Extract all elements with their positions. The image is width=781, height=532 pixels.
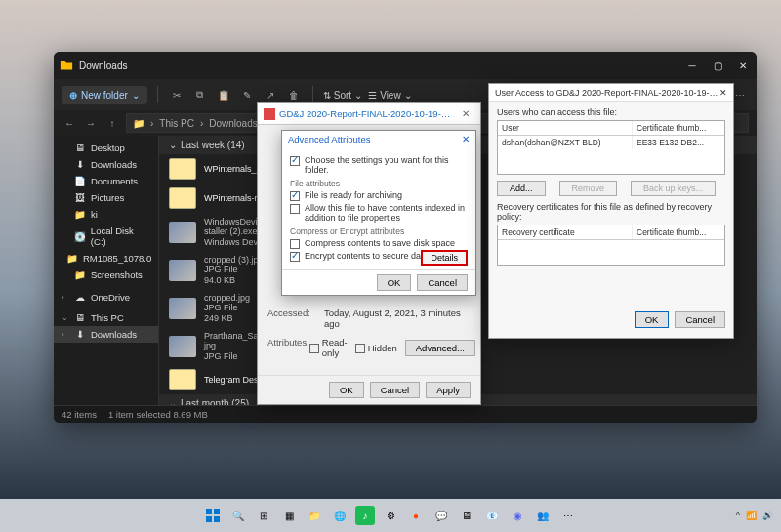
user-access-titlebar[interactable]: User Access to GD&J 2020-Report-FINAL-20… bbox=[489, 84, 733, 102]
details-button[interactable]: Details bbox=[421, 250, 468, 266]
sidebar-item-thispc[interactable]: ⌄🖥This PC bbox=[54, 309, 158, 326]
svg-rect-2 bbox=[206, 516, 212, 522]
rename-icon[interactable]: ✎ bbox=[238, 86, 256, 103]
svg-rect-3 bbox=[214, 516, 220, 522]
ok-button[interactable]: OK bbox=[329, 382, 364, 398]
selection-info: 1 item selected 8.69 MB bbox=[108, 409, 208, 420]
maximize-button[interactable]: ▢ bbox=[710, 61, 725, 71]
cancel-button[interactable]: Cancel bbox=[370, 382, 421, 398]
sidebar-item-localdisk[interactable]: 💽Local Disk (C:) bbox=[54, 223, 158, 250]
svg-rect-1 bbox=[214, 509, 220, 514]
folder-icon: 📁 bbox=[133, 118, 144, 129]
close-button[interactable]: ✕ bbox=[719, 88, 727, 98]
remove-button[interactable]: Remove bbox=[559, 181, 618, 196]
svg-rect-0 bbox=[206, 509, 212, 514]
ok-button[interactable]: OK bbox=[635, 311, 670, 328]
app-icon[interactable]: 📧 bbox=[482, 506, 502, 525]
chevron-down-icon: ⌄ bbox=[132, 90, 140, 101]
sidebar-item-rm1085[interactable]: 📁RM1085_1078.0 bbox=[54, 250, 158, 266]
chevron-up-icon[interactable]: ^ bbox=[736, 511, 740, 520]
paste-icon[interactable]: 📋 bbox=[215, 86, 232, 103]
sort-button[interactable]: ⇅ Sort ⌄ bbox=[323, 90, 362, 101]
who-label: Users who can access this file: bbox=[497, 107, 725, 117]
app-icon[interactable]: ● bbox=[406, 506, 426, 525]
hidden-checkbox[interactable] bbox=[355, 344, 365, 353]
cancel-button[interactable]: Cancel bbox=[675, 311, 725, 328]
table-row[interactable]: dshan(dshan@NZXT-BLD) EE33 E132 DB2... bbox=[498, 136, 724, 149]
search-icon[interactable]: 🔍 bbox=[228, 506, 248, 525]
status-bar: 42 items 1 item selected 8.69 MB bbox=[54, 405, 757, 423]
backup-keys-button[interactable]: Back up keys... bbox=[631, 181, 716, 196]
encrypt-checkbox[interactable] bbox=[290, 252, 300, 262]
ok-button[interactable]: OK bbox=[377, 274, 412, 291]
app-icon[interactable]: ♪ bbox=[355, 506, 375, 525]
sidebar-item-documents[interactable]: 📄Documents bbox=[54, 173, 158, 189]
sidebar-item-onedrive[interactable]: ›☁OneDrive bbox=[54, 289, 158, 306]
edge-icon[interactable]: 🌐 bbox=[330, 506, 349, 525]
sidebar-item-desktop[interactable]: 🖥Desktop bbox=[54, 140, 158, 156]
index-checkbox[interactable] bbox=[290, 204, 300, 214]
taskview-icon[interactable]: ⊞ bbox=[254, 506, 273, 525]
wifi-icon[interactable]: 📶 bbox=[746, 511, 757, 520]
minimize-button[interactable]: ─ bbox=[684, 61, 700, 71]
close-button[interactable]: ✕ bbox=[457, 108, 474, 119]
folder-icon bbox=[60, 59, 73, 72]
view-button[interactable]: ☰ View ⌄ bbox=[368, 90, 412, 101]
sidebar-item-downloads-2[interactable]: ›⬇Downloads bbox=[54, 326, 158, 343]
app-icon[interactable]: ◉ bbox=[508, 506, 527, 525]
app-icon[interactable]: 🖥 bbox=[457, 506, 476, 525]
properties-titlebar[interactable]: GD&J 2020-Report-FINAL-2020-10-19-webz.p… bbox=[258, 103, 480, 125]
share-icon[interactable]: ↗ bbox=[262, 86, 279, 103]
compress-checkbox[interactable] bbox=[290, 239, 300, 249]
user-access-dialog: User Access to GD&J 2020-Report-FINAL-20… bbox=[488, 83, 734, 339]
add-button[interactable]: Add... bbox=[497, 181, 546, 196]
back-button[interactable]: ← bbox=[62, 118, 77, 129]
start-button[interactable] bbox=[203, 506, 223, 525]
user-list[interactable]: User Certificate thumb... dshan(dshan@NZ… bbox=[497, 120, 725, 175]
plus-icon: ⊕ bbox=[69, 90, 77, 101]
advanced-attributes-dialog: Advanced Attributes ✕ Choose the setting… bbox=[281, 130, 476, 296]
widgets-icon[interactable]: ▦ bbox=[279, 506, 299, 525]
cut-icon[interactable]: ✂ bbox=[168, 86, 185, 103]
volume-icon[interactable]: 🔊 bbox=[762, 511, 773, 520]
system-tray[interactable]: ^ 📶 🔊 bbox=[736, 511, 773, 520]
window-title: Downloads bbox=[79, 61, 684, 71]
close-button[interactable]: ✕ bbox=[735, 61, 751, 71]
close-button[interactable]: ✕ bbox=[462, 134, 470, 144]
new-folder-button[interactable]: ⊕ New folder ⌄ bbox=[62, 86, 147, 104]
app-icon[interactable]: ⋯ bbox=[558, 506, 578, 525]
settings-icon bbox=[290, 156, 300, 166]
recovery-list[interactable]: Recovery certificate Certificate thumb..… bbox=[497, 225, 725, 266]
sidebar-item-ki[interactable]: 📁ki bbox=[54, 206, 158, 223]
app-icon[interactable]: 👥 bbox=[533, 506, 553, 525]
archive-checkbox[interactable] bbox=[290, 191, 300, 201]
advanced-button[interactable]: Advanced... bbox=[405, 340, 475, 356]
explorer-icon[interactable]: 📁 bbox=[305, 506, 324, 525]
sidebar-item-pictures[interactable]: 🖼Pictures bbox=[54, 189, 158, 206]
sidebar-item-downloads[interactable]: ⬇Downloads bbox=[54, 156, 158, 173]
taskbar[interactable]: 🔍 ⊞ ▦ 📁 🌐 ♪ ⚙ ● 💬 🖥 📧 ◉ 👥 ⋯ ^ 📶 🔊 bbox=[0, 499, 781, 532]
recovery-label: Recovery certificates for this file as d… bbox=[497, 202, 725, 222]
app-icon[interactable]: 💬 bbox=[432, 506, 451, 525]
apply-button[interactable]: Apply bbox=[426, 382, 471, 398]
item-count: 42 items bbox=[62, 409, 97, 420]
cancel-button[interactable]: Cancel bbox=[417, 274, 468, 291]
sidebar-item-screenshots[interactable]: 📁Screenshots bbox=[54, 266, 158, 283]
pdf-icon bbox=[264, 108, 275, 120]
app-icon[interactable]: ⚙ bbox=[381, 506, 400, 525]
copy-icon[interactable]: ⧉ bbox=[191, 86, 209, 103]
forward-button[interactable]: → bbox=[83, 118, 99, 129]
sidebar: 🖥Desktop ⬇Downloads 📄Documents 🖼Pictures… bbox=[54, 136, 159, 405]
advanced-titlebar[interactable]: Advanced Attributes ✕ bbox=[282, 131, 475, 147]
new-folder-label: New folder bbox=[81, 90, 128, 101]
up-button[interactable]: ↑ bbox=[104, 118, 120, 129]
readonly-checkbox[interactable] bbox=[309, 344, 319, 353]
explorer-titlebar[interactable]: Downloads ─ ▢ ✕ bbox=[54, 52, 757, 79]
delete-icon[interactable]: 🗑 bbox=[285, 86, 303, 103]
